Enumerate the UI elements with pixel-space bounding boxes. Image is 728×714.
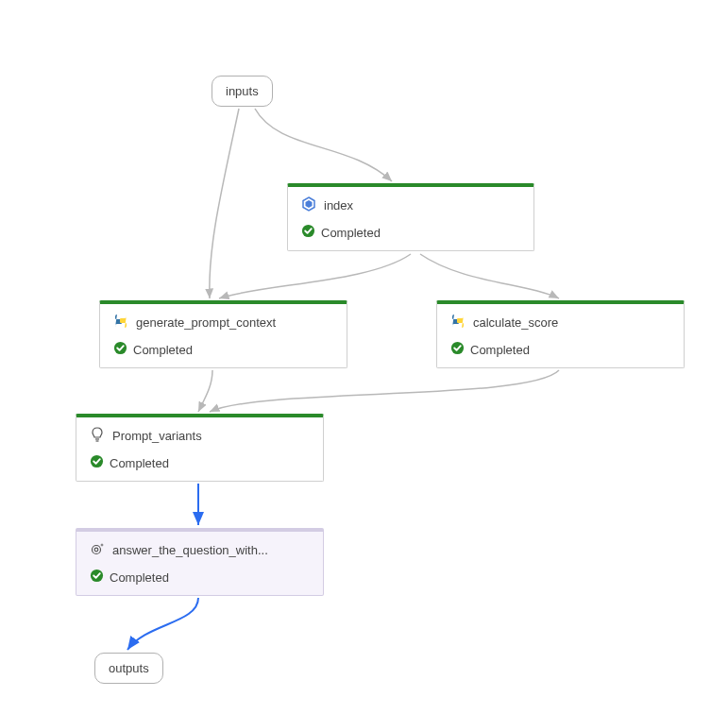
check-circle-icon xyxy=(301,224,315,241)
prompt-variants-status: Completed xyxy=(110,456,169,470)
answer-the-question-node[interactable]: answer_the_question_with... Completed xyxy=(76,528,324,596)
generate-status: Completed xyxy=(133,343,193,357)
check-circle-icon xyxy=(113,341,127,358)
svg-marker-1 xyxy=(306,200,313,208)
edge-index-calculate xyxy=(420,254,559,298)
inputs-label: inputs xyxy=(226,84,259,98)
answer-status: Completed xyxy=(110,570,169,585)
svg-point-4 xyxy=(123,325,125,327)
hex-icon xyxy=(301,196,316,214)
generate-prompt-context-node[interactable]: generate_prompt_context Completed xyxy=(99,300,347,368)
edge-inputs-index xyxy=(255,109,392,181)
outputs-node[interactable]: outputs xyxy=(94,653,163,684)
svg-point-6 xyxy=(454,315,456,317)
edge-index-generate xyxy=(219,254,411,298)
calculate-label: calculate_score xyxy=(473,315,558,330)
generate-label: generate_prompt_context xyxy=(136,315,276,330)
edge-calculate-prompt xyxy=(210,370,559,412)
gear-sparkle-icon xyxy=(90,541,105,559)
edge-inputs-generate xyxy=(210,109,239,298)
index-status: Completed xyxy=(321,226,381,240)
svg-point-13 xyxy=(94,548,98,552)
answer-label: answer_the_question_with... xyxy=(112,543,268,557)
lightbulb-icon xyxy=(90,427,105,445)
python-icon xyxy=(450,314,466,332)
edge-generate-prompt xyxy=(198,370,212,412)
svg-point-7 xyxy=(460,325,462,327)
prompt-variants-node[interactable]: Prompt_variants Completed xyxy=(76,414,324,482)
svg-point-3 xyxy=(117,315,119,317)
calculate-score-node[interactable]: calculate_score Completed xyxy=(436,300,685,368)
svg-point-12 xyxy=(93,546,101,554)
check-circle-icon xyxy=(90,454,104,471)
index-node[interactable]: index Completed xyxy=(287,183,534,251)
edge-answer-outputs xyxy=(127,598,198,650)
python-icon xyxy=(113,314,128,332)
check-circle-icon xyxy=(90,569,104,586)
inputs-node[interactable]: inputs xyxy=(212,76,273,107)
calculate-status: Completed xyxy=(470,343,530,357)
prompt-variants-label: Prompt_variants xyxy=(112,429,202,443)
check-circle-icon xyxy=(450,341,465,358)
outputs-label: outputs xyxy=(109,661,149,675)
index-label: index xyxy=(324,198,353,212)
